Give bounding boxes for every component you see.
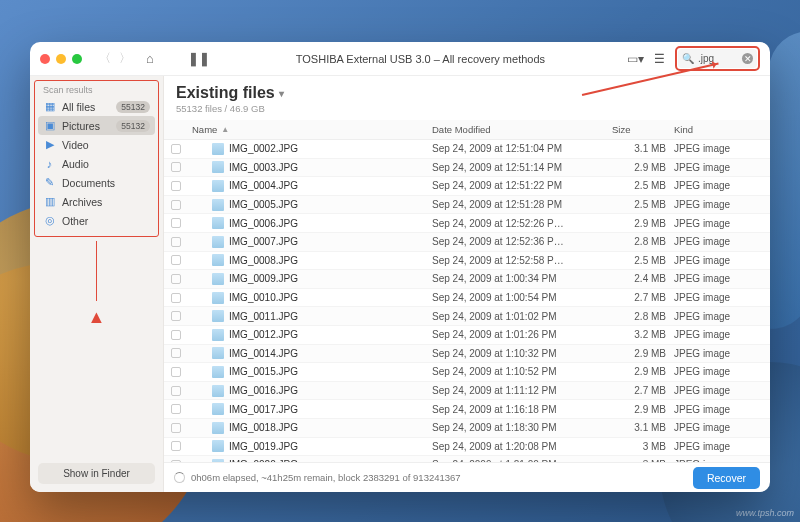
home-icon[interactable]: ⌂ — [142, 51, 158, 66]
search-field[interactable]: 🔍 .jpg ✕ — [678, 49, 757, 68]
file-size: 2.9 MB — [612, 162, 674, 173]
row-checkbox[interactable] — [164, 237, 188, 247]
sidebar-header: Scan results — [35, 83, 158, 97]
file-name: IMG_0017.JPG — [229, 404, 298, 415]
column-name[interactable]: Name▲ — [188, 124, 432, 135]
pause-button[interactable]: ❚❚ — [184, 51, 214, 66]
table-row[interactable]: IMG_0017.JPGSep 24, 2009 at 1:16:18 PM2.… — [164, 400, 770, 419]
file-name-cell: IMG_0007.JPG — [188, 236, 432, 248]
row-checkbox[interactable] — [164, 330, 188, 340]
table-row[interactable]: IMG_0008.JPGSep 24, 2009 at 12:52:58 P…2… — [164, 252, 770, 271]
table-row[interactable]: IMG_0014.JPGSep 24, 2009 at 1:10:32 PM2.… — [164, 345, 770, 364]
annotation-arrow-line — [96, 241, 98, 301]
row-checkbox[interactable] — [164, 348, 188, 358]
table-row[interactable]: IMG_0003.JPGSep 24, 2009 at 12:51:14 PM2… — [164, 159, 770, 178]
row-checkbox[interactable] — [164, 441, 188, 451]
row-checkbox[interactable] — [164, 162, 188, 172]
row-checkbox[interactable] — [164, 311, 188, 321]
row-checkbox[interactable] — [164, 255, 188, 265]
row-checkbox[interactable] — [164, 181, 188, 191]
show-in-finder-button[interactable]: Show in Finder — [38, 463, 155, 484]
filter-icon[interactable]: ☰ — [654, 52, 665, 66]
table-row[interactable]: IMG_0007.JPGSep 24, 2009 at 12:52:36 P…2… — [164, 233, 770, 252]
sidebar-item-pictures[interactable]: ▣Pictures55132 — [38, 116, 155, 135]
grid-icon: ▦ — [43, 100, 56, 113]
table-row[interactable]: IMG_0011.JPGSep 24, 2009 at 1:01:02 PM2.… — [164, 307, 770, 326]
recover-button[interactable]: Recover — [693, 467, 760, 489]
file-kind: JPEG image — [674, 162, 770, 173]
table-row[interactable]: IMG_0002.JPGSep 24, 2009 at 12:51:04 PM3… — [164, 140, 770, 159]
row-checkbox[interactable] — [164, 144, 188, 154]
file-size: 2.9 MB — [612, 348, 674, 359]
file-icon — [212, 236, 224, 248]
sidebar-item-label: Archives — [62, 196, 150, 208]
file-name: IMG_0014.JPG — [229, 348, 298, 359]
nav-back-button[interactable]: 〈 — [96, 48, 114, 69]
spinner-icon — [174, 472, 185, 483]
content-title[interactable]: Existing files ▾ — [176, 84, 758, 102]
nav-arrows: 〈 〉 — [96, 48, 134, 69]
file-name-cell: IMG_0010.JPG — [188, 292, 432, 304]
file-name-cell: IMG_0017.JPG — [188, 403, 432, 415]
column-checkbox[interactable] — [164, 124, 188, 135]
sidebar-item-audio[interactable]: ♪Audio — [35, 154, 158, 173]
sidebar-item-other[interactable]: ◎Other — [35, 211, 158, 230]
row-checkbox[interactable] — [164, 423, 188, 433]
sidebar-item-label: Video — [62, 139, 150, 151]
table-row[interactable]: IMG_0004.JPGSep 24, 2009 at 12:51:22 PM2… — [164, 177, 770, 196]
window-title: TOSHIBA External USB 3.0 – All recovery … — [222, 53, 619, 65]
minimize-window-button[interactable] — [56, 54, 66, 64]
close-window-button[interactable] — [40, 54, 50, 64]
row-checkbox[interactable] — [164, 367, 188, 377]
row-checkbox[interactable] — [164, 386, 188, 396]
file-size: 3 MB — [612, 441, 674, 452]
file-kind: JPEG image — [674, 236, 770, 247]
sidebar-item-archives[interactable]: ▥Archives — [35, 192, 158, 211]
sidebar-item-all-files[interactable]: ▦All files55132 — [35, 97, 158, 116]
file-date: Sep 24, 2009 at 12:52:36 P… — [432, 236, 612, 247]
table-row[interactable]: IMG_0010.JPGSep 24, 2009 at 1:00:54 PM2.… — [164, 289, 770, 308]
row-checkbox[interactable] — [164, 274, 188, 284]
file-date: Sep 24, 2009 at 1:01:26 PM — [432, 329, 612, 340]
file-name-cell: IMG_0019.JPG — [188, 440, 432, 452]
table-row[interactable]: IMG_0015.JPGSep 24, 2009 at 1:10:52 PM2.… — [164, 363, 770, 382]
zoom-window-button[interactable] — [72, 54, 82, 64]
row-checkbox[interactable] — [164, 200, 188, 210]
row-checkbox[interactable] — [164, 404, 188, 414]
column-date[interactable]: Date Modified — [432, 124, 612, 135]
row-checkbox[interactable] — [164, 293, 188, 303]
file-name: IMG_0018.JPG — [229, 422, 298, 433]
table-row[interactable]: IMG_0019.JPGSep 24, 2009 at 1:20:08 PM3 … — [164, 438, 770, 457]
doc-icon: ✎ — [43, 176, 56, 189]
file-name: IMG_0016.JPG — [229, 385, 298, 396]
nav-forward-button[interactable]: 〉 — [116, 48, 134, 69]
chevron-down-icon: ▾ — [279, 88, 284, 99]
file-icon — [212, 254, 224, 266]
sidebar-item-documents[interactable]: ✎Documents — [35, 173, 158, 192]
file-size: 3.1 MB — [612, 422, 674, 433]
file-name: IMG_0003.JPG — [229, 162, 298, 173]
sidebar-item-video[interactable]: ▶Video — [35, 135, 158, 154]
column-size[interactable]: Size — [612, 124, 674, 135]
file-name-cell: IMG_0009.JPG — [188, 273, 432, 285]
window-body: Scan results ▦All files55132▣Pictures551… — [30, 76, 770, 492]
file-list[interactable]: IMG_0002.JPGSep 24, 2009 at 12:51:04 PM3… — [164, 140, 770, 462]
file-date: Sep 24, 2009 at 12:52:58 P… — [432, 255, 612, 266]
sidebar-item-label: Pictures — [62, 120, 110, 132]
file-icon — [212, 199, 224, 211]
file-icon — [212, 403, 224, 415]
file-icon — [212, 422, 224, 434]
content-subtitle: 55132 files / 46.9 GB — [176, 103, 758, 114]
table-row[interactable]: IMG_0016.JPGSep 24, 2009 at 1:11:12 PM2.… — [164, 382, 770, 401]
table-row[interactable]: IMG_0018.JPGSep 24, 2009 at 1:18:30 PM3.… — [164, 419, 770, 438]
row-checkbox[interactable] — [164, 218, 188, 228]
table-row[interactable]: IMG_0009.JPGSep 24, 2009 at 1:00:34 PM2.… — [164, 270, 770, 289]
table-row[interactable]: IMG_0005.JPGSep 24, 2009 at 12:51:28 PM2… — [164, 196, 770, 215]
file-name-cell: IMG_0018.JPG — [188, 422, 432, 434]
clear-search-icon[interactable]: ✕ — [742, 53, 753, 64]
view-options-icon[interactable]: ▭▾ — [627, 52, 644, 66]
table-row[interactable]: IMG_0012.JPGSep 24, 2009 at 1:01:26 PM3.… — [164, 326, 770, 345]
column-kind[interactable]: Kind — [674, 124, 770, 135]
file-icon — [212, 329, 224, 341]
table-row[interactable]: IMG_0006.JPGSep 24, 2009 at 12:52:26 P…2… — [164, 214, 770, 233]
